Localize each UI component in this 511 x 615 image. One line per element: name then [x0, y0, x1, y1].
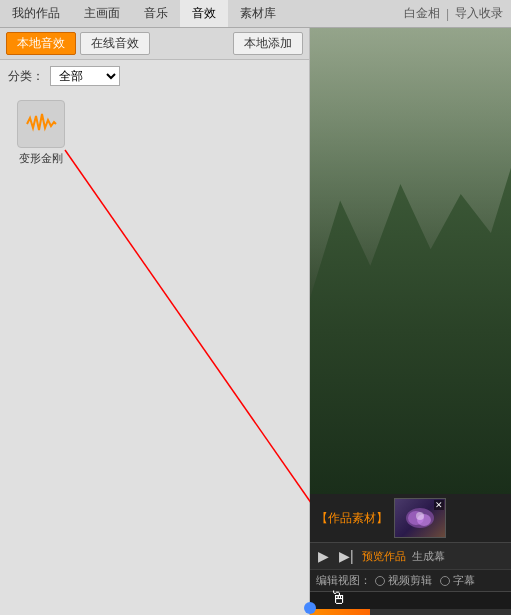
radio-label-video: 视频剪辑 [388, 573, 432, 588]
sound-icon-transformers [17, 100, 65, 148]
material-thumbnail[interactable]: ✕ [394, 498, 446, 538]
radio-video-edit[interactable]: 视频剪辑 [375, 573, 432, 588]
preview-work-button[interactable]: 预览作品 [362, 549, 406, 564]
generate-button[interactable]: 生成幕 [412, 549, 445, 564]
sound-name-transformers: 变形金刚 [19, 151, 63, 166]
add-local-button[interactable]: 本地添加 [233, 32, 303, 55]
svg-point-4 [416, 512, 424, 520]
video-background [310, 28, 511, 494]
left-panel: 本地音效 在线音效 本地添加 分类： 全部 自然 人声 机械 特效 [0, 28, 310, 615]
thumb-close-button[interactable]: ✕ [434, 500, 444, 510]
sub-tab-online-sound[interactable]: 在线音效 [80, 32, 150, 55]
step-play-button[interactable]: ▶| [337, 546, 356, 566]
radio-circle-video [375, 576, 385, 586]
tab-my-works[interactable]: 我的作品 [0, 0, 72, 27]
controls-row: ▶ ▶| 预览作品 生成幕 [310, 542, 511, 569]
top-right-label1: 白金相 [404, 5, 440, 22]
top-right-label2[interactable]: 导入收录 [455, 5, 503, 22]
top-nav-right: 白金相 | 导入收录 [404, 5, 511, 22]
category-label: 分类： [8, 68, 44, 85]
tab-music[interactable]: 音乐 [132, 0, 180, 27]
timeline-position-marker[interactable] [304, 602, 316, 614]
main-layout: 本地音效 在线音效 本地添加 分类： 全部 自然 人声 机械 特效 [0, 28, 511, 615]
timeline-progress-bar [310, 609, 511, 615]
sub-tab-local-sound[interactable]: 本地音效 [6, 32, 76, 55]
thumb-content-icon [402, 504, 438, 532]
radio-label-subtitle: 字幕 [453, 573, 475, 588]
edit-view-label: 编辑视图： [316, 573, 371, 588]
tab-sound-effects[interactable]: 音效 [180, 0, 228, 27]
play-button[interactable]: ▶ [316, 546, 331, 566]
radio-circle-subtitle [440, 576, 450, 586]
work-material-section: 【作品素材】 ✕ [310, 494, 511, 542]
radio-subtitle[interactable]: 字幕 [440, 573, 475, 588]
right-panel: 【作品素材】 ✕ ▶ ▶| 预览作品 生成幕 编 [310, 28, 511, 615]
category-row: 分类： 全部 自然 人声 机械 特效 [0, 60, 309, 92]
timeline[interactable] [310, 591, 511, 615]
sound-item-transformers[interactable]: 变形金刚 [8, 100, 73, 166]
tab-main-screen[interactable]: 主画面 [72, 0, 132, 27]
sound-grid: 变形金刚 [0, 92, 309, 615]
category-select[interactable]: 全部 自然 人声 机械 特效 [50, 66, 120, 86]
radio-group-edit: 视频剪辑 字幕 [375, 573, 475, 588]
edit-row: 编辑视图： 视频剪辑 字幕 [310, 569, 511, 591]
video-preview [310, 28, 511, 494]
tab-material-library[interactable]: 素材库 [228, 0, 288, 27]
sub-tabs-bar: 本地音效 在线音效 本地添加 [0, 28, 309, 60]
top-navigation: 我的作品 主画面 音乐 音效 素材库 白金相 | 导入收录 [0, 0, 511, 28]
work-material-label: 【作品素材】 [316, 510, 388, 527]
